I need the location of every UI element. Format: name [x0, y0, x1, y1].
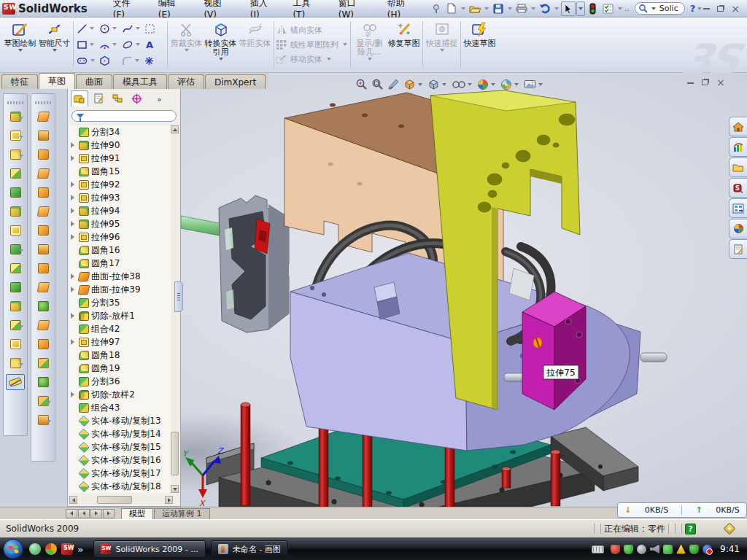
surfaces-toolbar-button[interactable]: [34, 393, 53, 409]
tab-custom-properties[interactable]: [729, 239, 747, 259]
surfaces-toolbar-button[interactable]: [34, 374, 53, 390]
pin-icon[interactable]: [429, 1, 444, 16]
expand-arrow[interactable]: [71, 182, 74, 187]
dropdown-arrow[interactable]: [484, 7, 489, 10]
tab-solidworks-search[interactable]: S: [729, 178, 747, 198]
tree-item[interactable]: 曲面-拉伸39: [69, 283, 173, 296]
expand-arrow[interactable]: [71, 313, 74, 319]
graphics-viewport[interactable]: 拉伸75 Y Z X: [181, 73, 747, 507]
tray-warning-icon[interactable]: [676, 545, 686, 554]
tree-item[interactable]: 切除-放样2: [69, 388, 173, 401]
dropdown-arrow[interactable]: [531, 7, 535, 10]
surfaces-toolbar-button[interactable]: [34, 109, 53, 125]
tree-item[interactable]: 拉伸96: [69, 230, 173, 244]
quick-launch-messenger-icon[interactable]: [29, 543, 41, 555]
surfaces-toolbar-button[interactable]: [34, 166, 53, 182]
expand-arrow[interactable]: [71, 418, 77, 424]
tab-motion-study[interactable]: 运动算例 1: [154, 508, 210, 519]
print-icon[interactable]: [514, 1, 529, 16]
dropdown-arrow[interactable]: [185, 49, 189, 52]
expand-arrow[interactable]: [71, 142, 74, 148]
expand-arrow[interactable]: [71, 287, 74, 292]
surfaces-toolbar-button[interactable]: [34, 128, 53, 144]
mirror-entities-button[interactable]: 镜向实体: [276, 23, 349, 36]
doc-minimize-button[interactable]: [687, 82, 694, 84]
surfaces-toolbar-button[interactable]: [34, 147, 53, 163]
surfaces-toolbar-button[interactable]: [34, 241, 53, 257]
expand-arrow[interactable]: [71, 326, 77, 332]
tree-item[interactable]: 实体-移动/复制14: [69, 427, 173, 440]
next-tab-button[interactable]: [90, 509, 102, 518]
features-toolbar-button[interactable]: [6, 166, 25, 182]
scroll-thumb[interactable]: [97, 496, 132, 504]
rapid-sketch-button[interactable]: 快速草图: [462, 19, 497, 70]
features-toolbar-button[interactable]: [6, 317, 25, 333]
tree-item[interactable]: 圆角16: [69, 244, 173, 257]
help-icon[interactable]: ?: [690, 3, 696, 14]
tray-update-icon[interactable]: [637, 545, 646, 554]
expand-arrow[interactable]: [71, 392, 74, 397]
expand-arrow[interactable]: [71, 470, 77, 476]
rectangle-tool[interactable]: [75, 36, 98, 52]
move-entities-button[interactable]: 移动实体: [276, 52, 349, 66]
tree-item[interactable]: 圆角18: [69, 349, 173, 362]
tree-item[interactable]: 拉伸95: [69, 217, 173, 230]
tree-filter-box[interactable]: [71, 110, 177, 122]
view-orientation-icon[interactable]: [403, 77, 425, 91]
doc-close-button[interactable]: ×: [716, 77, 725, 88]
rebuild-traffic-light-icon[interactable]: [586, 1, 600, 16]
dropdown-arrow[interactable]: [219, 58, 223, 61]
first-tab-button[interactable]: [66, 509, 77, 518]
expand-arrow[interactable]: [71, 129, 77, 135]
tab-model[interactable]: 模型: [121, 508, 153, 519]
expand-arrow[interactable]: [71, 339, 74, 345]
expand-arrow[interactable]: [71, 483, 77, 489]
point-tool[interactable]: [143, 52, 166, 69]
panel-splitter-handle[interactable]: [174, 281, 183, 312]
tab-mold-tools[interactable]: 模具工具: [113, 74, 167, 89]
smart-dimension-button[interactable]: 智能尺寸: [37, 19, 71, 70]
dropdown-arrow[interactable]: [53, 49, 57, 52]
display-delete-relations-button[interactable]: gl 显示/删除几...: [352, 19, 387, 70]
tree-item[interactable]: 拉伸91: [69, 152, 173, 165]
expand-arrow[interactable]: [71, 195, 74, 201]
tree-item[interactable]: 分割34: [69, 125, 173, 139]
pattern-box-tool[interactable]: [143, 20, 166, 36]
surfaces-toolbar-button[interactable]: [34, 298, 53, 314]
tree-item[interactable]: 组合42: [69, 322, 173, 335]
expand-arrow[interactable]: [71, 378, 77, 384]
tree-item[interactable]: 实体-移动/复制16: [69, 454, 173, 467]
spline-tool[interactable]: [120, 20, 143, 36]
section-view-icon[interactable]: [387, 77, 400, 91]
tree-item[interactable]: 拉伸97: [69, 335, 173, 349]
status-help-icon[interactable]: ?: [685, 524, 696, 534]
expand-arrow[interactable]: [71, 247, 77, 253]
tab-dimxpert[interactable]: DimXpert: [205, 74, 266, 89]
tab-evaluate[interactable]: 评估: [168, 74, 204, 89]
dropdown-arrow[interactable]: [440, 49, 444, 52]
select-cursor-icon[interactable]: [561, 1, 576, 16]
prev-tab-button[interactable]: [78, 509, 90, 518]
tree-item[interactable]: 分割35: [69, 296, 173, 309]
sketch-button[interactable]: 草图绘制: [3, 19, 37, 70]
measure-tool-button[interactable]: [6, 374, 25, 390]
surfaces-toolbar-button[interactable]: [34, 184, 53, 201]
dropdown-arrow[interactable]: [697, 7, 702, 10]
linear-sketch-pattern-button[interactable]: 线性草图阵列: [276, 38, 349, 51]
tray-antivirus-icon[interactable]: [624, 545, 633, 554]
tree-horizontal-scrollbar[interactable]: [69, 496, 173, 504]
tab-surfaces[interactable]: 曲面: [76, 74, 112, 89]
expand-arrow[interactable]: [71, 365, 77, 371]
view-settings-icon[interactable]: [523, 78, 545, 90]
tree-item[interactable]: 圆角19: [69, 362, 173, 375]
tray-volume-icon[interactable]: [650, 545, 659, 554]
features-toolbar-button[interactable]: [6, 355, 25, 371]
dropdown-arrow[interactable]: [554, 7, 559, 10]
features-toolbar-button[interactable]: [6, 128, 25, 144]
features-toolbar-button[interactable]: [6, 336, 25, 352]
sketch-fillet-tool[interactable]: [120, 52, 143, 69]
options-checklist-icon[interactable]: [601, 1, 616, 16]
features-toolbar-button[interactable]: [6, 279, 25, 295]
arc-tool[interactable]: [98, 36, 120, 52]
model-canvas[interactable]: 拉伸75 Y Z X: [181, 73, 747, 507]
